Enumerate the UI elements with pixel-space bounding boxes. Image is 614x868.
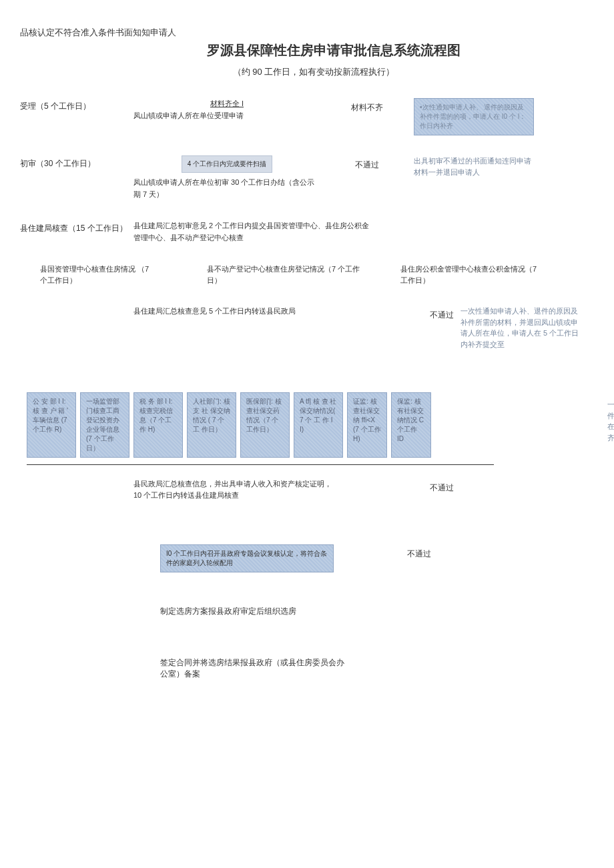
row-housing-bureau: 县住建局核查（15 个工作日） 县住建局汇总初审意见 2 个工作日内提交县国资管… [20, 220, 594, 244]
stage-mid: 县住建局汇总初审意见 2 个工作日内提交县国资管理中心、县住房公积金管理中心、县… [133, 220, 374, 244]
page-subtitle: （约 90 工作日，如有变动按新流程执行） [140, 66, 474, 78]
status-fail: 不通过 [407, 544, 431, 560]
connector-line [27, 464, 494, 465]
stage-mid: 4 个工作日内完成要件扫描 凤山镇或申请人所在单位初审 30 个工作日办结（含公… [133, 155, 320, 200]
stage-label [20, 520, 133, 523]
row-review [20, 520, 594, 524]
dept-tax: 税 务 部 I I: 核查完税信息（7 个工作 H) [133, 392, 183, 458]
check-real-estate: 县不动产登记中心核查住房登记情况（7 个工作日） [207, 264, 360, 286]
stage-label: 受理（5 个工作日） [20, 98, 133, 112]
status-fail: 不通过 [334, 478, 454, 500]
status-incomplete: 材料不齐 [320, 98, 414, 113]
dept-market: 一场监管部门核查工商登记投资办企业等信息 (7 个工作日） [80, 392, 129, 458]
step-contract: 签定合同并将选房结果报县政府（或县住房委员会办公室）备案 [160, 657, 347, 680]
page-title: 罗源县保障性住房申请审批信息系统流程图 [20, 41, 594, 59]
department-checks: 公 安 部 I I: 核 查 户 籍 ' 车辆信息 (7 个工作 R) 一场监管… [27, 392, 594, 458]
check-housing-fund: 县住房公积金管理中心核查公积金情况（7 工作日） [400, 264, 541, 286]
parallel-checks: 县国资管理中心核查住房情况 （7 个工作日） 县不动产登记中心核查住房登记情况（… [40, 264, 594, 286]
status-fail: 不通过 [334, 306, 454, 350]
stage-label: 初审（30 个工作日） [20, 155, 133, 169]
gov-review-box: I0 个工作日内召开县政府专题会议复核认定，将符合条件的家庭列入轮候配用 [160, 544, 334, 572]
notice-text-4: 一次性通知申请人补,退件的原因及补件所需材料,并退回风山镇或申请人所在单位，申请… [607, 399, 614, 443]
stage-label [20, 370, 133, 372]
forward-civil-affairs: 县住建局汇总核查意见 5 个工作日内转送县民政局 不通过 一次性通知申请人补、退… [133, 306, 594, 350]
scan-box: 4 个工作日内完成要件扫描 [182, 155, 272, 173]
stage-mid: 材料齐全 I 凤山镇或申请人所在单位受理申请 [133, 98, 320, 121]
dept-police: 公 安 部 I I: 核 查 户 籍 ' 车辆信息 (7 个工作 R) [27, 392, 76, 458]
notice-box-1: •次性通知申请人补、 退件的脱因及补件件需的的项，申请人在 I0 个 I：作日内… [414, 98, 534, 135]
notice-text-2: 出具初审不通过的书面通知连同申请材料一并退回申请人 [414, 155, 534, 177]
forward-housing-bureau: 县民政局汇总核查信息，并出具申请人收入和资产核定证明，10 个工作日内转送县住建… [133, 478, 594, 500]
complete-materials: 材料齐全 I [133, 98, 320, 110]
stage-label: 县住建局核查（15 个工作日） [20, 220, 133, 234]
dept-insurance: 保监: 核有社保交纳情况 C 个工作 ID [391, 392, 431, 458]
status-fail: 不通过 [320, 155, 414, 171]
dept-bank: A tf| 核 查 社 保交纳情况( 7 个 工 作 I I) [294, 392, 343, 458]
dept-medical: 医保部|'|: 核查社保交药情况（7 个 工作日） [240, 392, 290, 458]
dept-social: 人社部门: 核 支 社 保交纳情况 ( 7 个 工 作日） [187, 392, 236, 458]
row-initial-review: 初审（30 个工作日） 4 个工作日内完成要件扫描 凤山镇或申请人所在单位初审 … [20, 155, 594, 200]
dept-securities: 证监: 核查社保交纳 ffi<X (7 个工作 H) [347, 392, 387, 458]
forward-text: 县住建局汇总核查意见 5 个工作日内转送县民政局 [133, 306, 334, 350]
check-state-assets: 县国资管理中心核查住房情况 （7 个工作日） [40, 264, 154, 286]
spacer [347, 520, 440, 524]
row-civil-affairs [20, 370, 594, 372]
forward-text: 县民政局汇总核查信息，并出具申请人收入和资产核定证明，10 个工作日内转送县住建… [133, 478, 334, 500]
step-selection-plan: 制定选房方案报县政府审定后组织选房 [160, 606, 347, 617]
header-note: 品核认定不符合准入条件书面知知申请人 [20, 27, 594, 39]
row-acceptance: 受理（5 个工作日） 材料齐全 I 凤山镇或申请人所在单位受理申请 材料不齐 •… [20, 98, 594, 135]
notice-text-3: 一次性通知申请人补、退件的原因及补件所需的材料，并退回凤山镇或申请人所在单位，申… [460, 306, 581, 350]
initial-desc: 凤山镇或申请人所在单位初审 30 个工作日办结（含公示期 7 天） [133, 177, 320, 200]
accept-desc: 凤山镇或申请人所在单位受理申请 [133, 110, 320, 122]
